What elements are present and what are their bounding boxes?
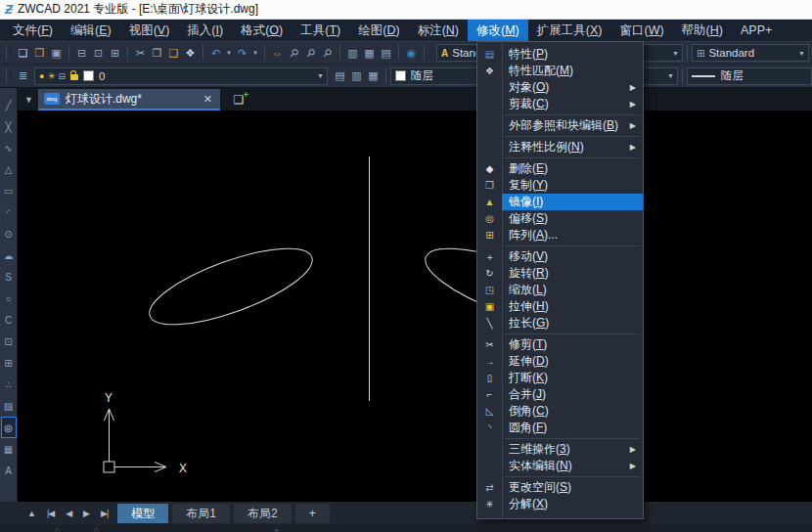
ellipse-tool[interactable]: ○ [1,288,17,309]
chevron-down-icon[interactable]: ▼ [663,72,674,79]
dim-style-combo[interactable]: ⊞ Standard ▼ [692,44,809,62]
menubar-item-format[interactable]: 格式(O) [232,20,292,41]
menu-item-explode[interactable]: ✳分解(X) [477,496,643,512]
paste-icon[interactable]: ❑ [165,44,182,63]
menubar-item-tools[interactable]: 工具(T) [292,20,349,41]
menubar-item-window[interactable]: 窗口(W) [610,20,672,41]
layer-plot-icon[interactable]: ⊟ [59,71,67,81]
layer-previous-icon[interactable]: ▥ [348,66,365,85]
lineweight-combo[interactable]: 随层 [687,67,812,85]
tabs-menu-button[interactable]: ▲ [22,509,41,518]
make-block-tool[interactable]: ⊞ [1,352,17,374]
redo-options-icon[interactable]: ▾ [250,44,260,63]
menubar-item-express-tools[interactable]: 扩展工具(X) [528,20,611,41]
menu-item-xref-and-block-editing[interactable]: 外部参照和块编辑(B)▶ [477,117,643,134]
mtext-tool[interactable]: A [1,460,17,481]
insert-block-tool[interactable]: ⊡ [1,331,17,352]
menubar-item-draw[interactable]: 绘图(D) [349,20,408,41]
menu-item-extend[interactable]: →延伸(D) [477,353,643,370]
layout-tab-model[interactable]: 模型 [117,504,168,523]
menu-item-trim[interactable]: ✂修剪(T) [477,336,643,353]
menu-item-clip[interactable]: 剪裁(C)▶ [477,96,643,112]
toolbar-grip[interactable] [6,45,11,61]
toolbar-grip[interactable] [6,68,11,84]
line-tool[interactable]: ╱ [1,94,17,115]
menu-item-fillet[interactable]: ◝圆角(F) [477,420,643,436]
menu-item-erase[interactable]: ◆删除(E) [477,160,643,177]
tab-list-chevron-icon[interactable]: ▼ [20,95,38,105]
cut-icon[interactable]: ✂ [132,44,149,63]
hatch-tool[interactable]: ▨ [1,395,17,417]
menu-item-lengthen[interactable]: ╲拉长(G) [477,315,643,332]
menu-item-join[interactable]: ⌐合并(J) [477,386,643,403]
zoom-previous-icon[interactable]: ⚲ [315,40,339,65]
design-center-icon[interactable]: ▦ [361,44,378,63]
layout-tab-layout1[interactable]: 布局1 [172,504,230,523]
menu-item-move[interactable]: ＋移动(V) [477,248,643,265]
layer-freeze-sun-icon[interactable]: ☀ [47,71,55,81]
menu-item-array[interactable]: ⊞阵列(A)... [477,227,643,244]
ellipse-entity[interactable] [141,233,320,339]
point-tool[interactable]: ∴ [1,374,17,395]
chevron-down-icon[interactable]: ▼ [668,50,679,57]
region-tool[interactable]: ◎ [1,417,17,438]
menu-item-annotative-scale[interactable]: 注释性比例(N)▶ [477,139,643,155]
table-tool[interactable]: ▦ [1,438,17,460]
menubar-item-edit[interactable]: 编辑(E) [62,20,120,41]
layer-properties-manager-icon[interactable]: ≣ [15,66,31,85]
make-object-layer-current-icon[interactable]: ▤ [332,66,348,85]
next-tab-button[interactable]: ▶ [77,509,95,518]
new-drawing-button[interactable]: ❏ + [230,93,248,107]
close-tab-icon[interactable]: ✕ [202,93,214,106]
menu-item-properties[interactable]: ▤特性(P) [477,46,643,63]
menubar-item-view[interactable]: 视图(V) [120,20,179,41]
layout-tab-new-layout[interactable]: + [295,504,330,523]
menu-item-solid-editing[interactable]: 实体编辑(N)▶ [477,458,643,474]
polyline-tool[interactable]: ∿ [1,137,17,158]
ellipse-arc-tool[interactable]: C [1,309,17,331]
plot-icon[interactable]: ⊟ [73,44,90,63]
publish-icon[interactable]: ⊞ [107,44,123,63]
plot-preview-icon[interactable]: ⊡ [90,44,107,63]
document-tab[interactable]: dwg 灯球设计.dwg* ✕ [38,89,220,111]
menu-item-object[interactable]: 对象(O)▶ [477,79,643,96]
menu-item-rotate[interactable]: ↻旋转(R) [477,265,643,282]
spline-tool[interactable]: S [1,266,17,288]
circle-tool[interactable]: ⊙ [1,223,17,244]
previous-tab-button[interactable]: ◀ [60,509,77,518]
menu-item-3d-operations[interactable]: 三维操作(3)▶ [477,441,643,458]
layout-tab-layout2[interactable]: 布局2 [234,504,292,523]
properties-palette-icon[interactable]: ▥ [344,44,361,63]
polygon-tool[interactable]: △ [1,158,17,180]
save-icon[interactable]: ▣ [48,44,65,63]
match-properties-icon[interactable]: ❖ [182,44,199,63]
menu-item-copy[interactable]: ❐复制(Y) [477,177,643,194]
tool-palettes-icon[interactable]: ▤ [378,44,394,63]
new-icon[interactable]: ❏ [15,44,31,63]
construction-line-tool[interactable]: ╳ [1,115,17,137]
undo-options-icon[interactable]: ▾ [224,44,234,63]
layer-combo[interactable]: ● ☀ ⊟ 0 ▼ [34,67,328,85]
layer-states-icon[interactable]: ▦ [365,66,382,85]
menu-item-chamfer[interactable]: ◺倒角(C) [477,403,643,420]
first-tab-button[interactable]: |◀ [41,509,60,518]
menubar-item-help[interactable]: 帮助(H) [673,20,732,41]
chevron-down-icon[interactable]: ▼ [794,50,805,57]
menu-item-scale[interactable]: ◳缩放(L) [477,282,643,298]
undo-icon[interactable]: ↶ [207,44,224,63]
chevron-down-icon[interactable]: ▼ [313,72,324,79]
last-tab-button[interactable]: ▶| [95,509,113,518]
menubar-item-insert[interactable]: 插入(I) [178,20,232,41]
layer-unlock-icon[interactable] [70,74,78,80]
menu-item-offset[interactable]: ◎偏移(S) [477,210,643,227]
menu-item-match-properties[interactable]: ❖特性匹配(M) [477,63,643,79]
copy-icon[interactable]: ❐ [149,44,165,63]
help-icon[interactable]: ◉ [403,44,420,63]
menubar-item-file[interactable]: 文件(F) [4,20,62,41]
menubar-item-app-plus[interactable]: APP+ [732,20,781,41]
redo-icon[interactable]: ↷ [234,44,250,63]
menu-item-mirror[interactable]: ▲镜像(I) [477,194,643,210]
arc-tool[interactable]: ◜ [1,201,17,223]
menu-item-break[interactable]: ▯打断(K) [477,370,643,386]
menu-item-stretch[interactable]: ▣拉伸(H) [477,298,643,315]
